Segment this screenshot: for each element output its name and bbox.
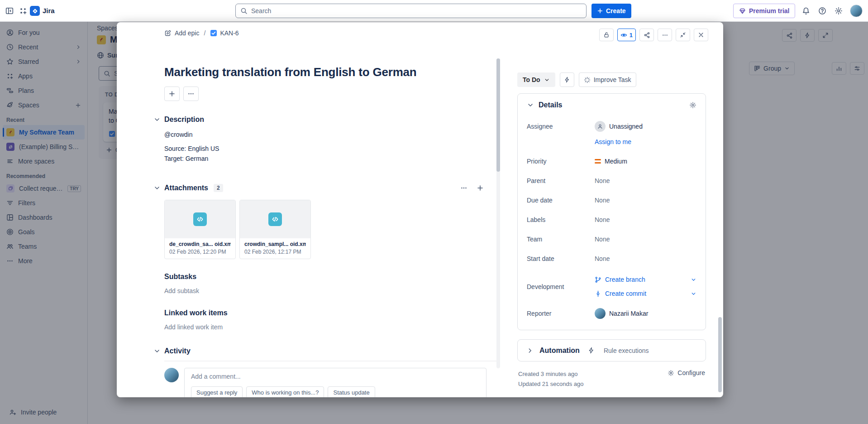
search-placeholder: Search: [251, 7, 271, 14]
gear-icon: [668, 370, 674, 376]
labels-value[interactable]: None: [595, 216, 696, 223]
right-scrollbar-thumb[interactable]: [718, 317, 722, 392]
description-mention[interactable]: @crowdin: [164, 131, 486, 138]
collapse-sidebar-icon[interactable]: [4, 5, 15, 16]
reporter-label: Reporter: [527, 310, 595, 317]
commit-icon: [595, 290, 601, 297]
watchers-button[interactable]: 1: [617, 29, 636, 41]
attachments-count: 2: [214, 184, 223, 192]
attachments-more-button[interactable]: [458, 182, 470, 194]
labels-label: Labels: [527, 216, 595, 223]
notifications-icon[interactable]: [800, 5, 812, 16]
subtasks-heading: Subtasks: [164, 273, 486, 281]
plus-icon: [597, 8, 603, 14]
improve-task-button[interactable]: Improve Task: [579, 72, 636, 87]
reporter-value[interactable]: Nazarii Makar: [595, 308, 696, 319]
attachment-date: 02 Feb 2026, 12:17 PM: [244, 249, 306, 255]
attachment-name: de_crowdin_sa... oid.xml: [169, 241, 231, 247]
create-commit-link[interactable]: Create commit: [595, 290, 696, 297]
team-value[interactable]: None: [595, 236, 696, 243]
add-linked-item-button[interactable]: Add linked work item: [164, 323, 486, 331]
settings-gear-icon[interactable]: [833, 5, 844, 16]
due-date-label: Due date: [527, 197, 595, 204]
priority-value[interactable]: Medium: [595, 158, 696, 165]
user-avatar[interactable]: [850, 5, 863, 17]
breadcrumb-separator: /: [204, 29, 205, 37]
close-modal-button[interactable]: [694, 29, 708, 41]
attachments-heading: Attachments: [164, 184, 208, 192]
collapse-modal-button[interactable]: [676, 29, 690, 41]
priority-medium-icon: [595, 159, 601, 164]
priority-label: Priority: [527, 158, 595, 165]
branch-icon: [595, 276, 601, 283]
search-icon: [240, 7, 248, 14]
chevron-down-icon[interactable]: [527, 101, 534, 109]
assignee-label: Assignee: [527, 123, 595, 130]
issue-key[interactable]: KAN-6: [210, 29, 238, 37]
lock-button[interactable]: [599, 29, 614, 41]
automation-lightning-button[interactable]: [560, 72, 574, 87]
attachment-card[interactable]: crowdin_sampl... oid.xml 02 Feb 2026, 12…: [239, 200, 311, 259]
assign-to-me-link[interactable]: Assign to me: [595, 138, 696, 145]
issue-title[interactable]: Marketing translation from English to Ge…: [164, 65, 486, 79]
code-file-icon: [193, 212, 207, 226]
code-file-icon: [268, 212, 282, 226]
chevron-down-icon[interactable]: [691, 291, 696, 297]
chevron-down-icon[interactable]: [153, 347, 161, 355]
parent-value[interactable]: None: [595, 177, 696, 184]
created-timestamp: Created 3 minutes ago: [518, 369, 584, 379]
status-update-chip[interactable]: Status update: [328, 386, 375, 397]
sparkle-icon: [584, 77, 591, 83]
who-working-chip[interactable]: Who is working on this...?: [246, 386, 324, 397]
details-panel: Details Assignee Unassigned Assign to me…: [517, 93, 706, 330]
comment-editor[interactable]: Add a comment... Suggest a reply Who is …: [184, 368, 486, 397]
suggest-reply-chip[interactable]: Suggest a reply: [191, 386, 243, 397]
title-more-button[interactable]: [183, 87, 199, 101]
chevron-down-icon[interactable]: [153, 116, 161, 123]
diamond-icon: [739, 8, 746, 14]
automation-heading: Automation: [539, 347, 580, 355]
automation-panel[interactable]: Automation Rule executions: [517, 339, 706, 361]
add-epic-button[interactable]: Add epic: [164, 29, 199, 37]
lightning-icon: [588, 347, 595, 354]
chevron-down-icon[interactable]: [691, 277, 696, 283]
description-heading: Description: [164, 116, 204, 124]
global-search-input[interactable]: Search: [235, 4, 587, 18]
details-settings-gear-icon[interactable]: [689, 101, 696, 109]
help-icon[interactable]: [816, 5, 828, 16]
start-date-label: Start date: [527, 255, 595, 262]
updated-timestamp: Updated 21 seconds ago: [518, 379, 584, 389]
chevron-right-icon[interactable]: [527, 347, 533, 354]
assignee-value[interactable]: Unassigned: [595, 121, 696, 132]
development-label: Development: [527, 283, 595, 290]
more-actions-button[interactable]: [658, 29, 672, 41]
linked-items-heading: Linked work items: [164, 309, 486, 317]
rule-executions-label[interactable]: Rule executions: [604, 347, 649, 354]
add-attachment-button[interactable]: [474, 182, 486, 194]
jira-wordmark: Jira: [43, 7, 55, 14]
parent-label: Parent: [527, 177, 595, 184]
create-button[interactable]: Create: [591, 4, 631, 18]
jira-app: Jira Search Create Premium trial For you: [0, 0, 868, 424]
create-branch-link[interactable]: Create branch: [595, 276, 696, 283]
due-date-value[interactable]: None: [595, 197, 696, 204]
attachment-name: crowdin_sampl... oid.xml: [244, 241, 306, 247]
edit-pencil-icon: [164, 29, 172, 37]
status-dropdown[interactable]: To Do: [517, 72, 555, 87]
jira-logo-icon[interactable]: [30, 6, 40, 16]
premium-trial-button[interactable]: Premium trial: [733, 4, 795, 18]
add-subtask-button[interactable]: Add subtask: [164, 287, 486, 294]
description-body[interactable]: Source: English US Target: German: [164, 144, 486, 164]
attachment-card[interactable]: de_crowdin_sa... oid.xml 02 Feb 2026, 12…: [164, 200, 236, 259]
chevron-down-icon[interactable]: [153, 184, 161, 192]
configure-button[interactable]: Configure: [668, 369, 705, 376]
chevron-down-icon: [544, 77, 550, 83]
add-content-button[interactable]: [164, 87, 180, 101]
team-label: Team: [527, 236, 595, 243]
share-button[interactable]: [639, 29, 654, 41]
app-switcher-icon[interactable]: [17, 5, 29, 16]
start-date-value[interactable]: None: [595, 255, 696, 262]
activity-heading: Activity: [164, 347, 191, 355]
left-scrollbar-thumb[interactable]: [496, 58, 500, 172]
comment-placeholder: Add a comment...: [191, 373, 480, 380]
